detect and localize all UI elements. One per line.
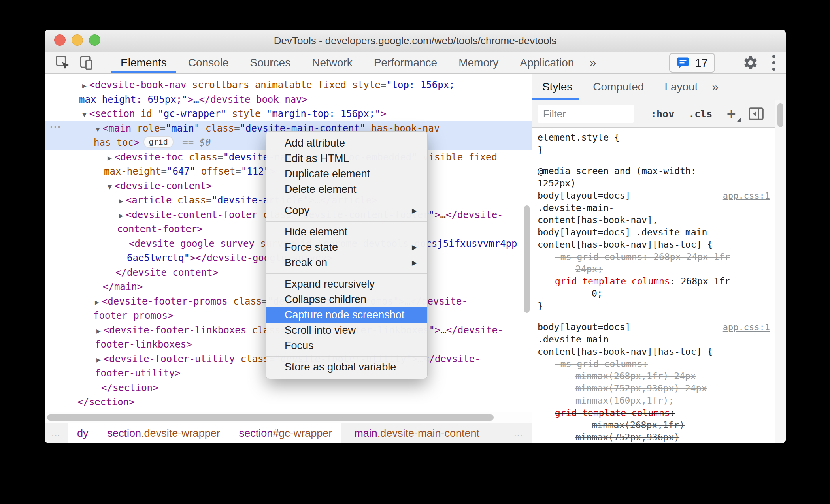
breadcrumb-item-selected[interactable]: main.devsite-main-content — [341, 427, 489, 440]
dom-tree-node[interactable]: ▶<devsite-book-nav scrollbars animatable… — [45, 78, 532, 92]
dom-tree-node[interactable]: </section> — [45, 395, 532, 410]
css-rule-line[interactable]: minmax(752px,936px) 24px — [538, 382, 772, 395]
tab-application[interactable]: Application — [509, 52, 585, 73]
css-rule-line[interactable]: body[layout=docs] .devsite-main- — [538, 226, 772, 239]
sidebar-tab-computed[interactable]: Computed — [583, 74, 654, 100]
scrollbar-thumb[interactable] — [47, 414, 494, 421]
settings-button[interactable] — [739, 55, 762, 71]
issues-counter-button[interactable]: 17 — [669, 53, 715, 73]
breadcrumb-overflow[interactable]: … — [45, 423, 68, 443]
elements-vertical-scrollbar[interactable] — [524, 205, 530, 313]
menu-item-break-on[interactable]: Break on▶ — [266, 255, 427, 271]
css-rule-line[interactable]: -ms-grid-columns: — [538, 358, 772, 370]
css-rule-line[interactable]: content[has-book-nav][has-toc] { — [538, 239, 772, 251]
expand-arrow-icon[interactable]: ▶ — [82, 81, 87, 90]
tab-network[interactable]: Network — [301, 52, 363, 73]
menu-item-capture-node-screenshot[interactable]: Capture node screenshot — [266, 307, 427, 323]
menu-item-hide-element[interactable]: Hide element — [266, 224, 427, 240]
css-rule-line[interactable]: 24px; — [538, 263, 772, 275]
css-rule-line[interactable]: content[has-book-nav], — [538, 214, 772, 226]
menu-item-expand-recursively[interactable]: Expand recursively — [266, 276, 427, 292]
css-rule-line[interactable]: element.style { — [538, 132, 772, 144]
kebab-menu-button[interactable] — [768, 55, 779, 71]
css-rule-line[interactable]: app.css:1body[layout=docs] — [538, 321, 772, 333]
expand-arrow-icon[interactable]: ▶ — [119, 197, 123, 205]
menu-item-focus[interactable]: Focus — [266, 338, 427, 354]
css-rules-list: element.style {}@media screen and (max-w… — [532, 128, 786, 443]
submenu-arrow-icon: ▶ — [412, 207, 417, 215]
breadcrumb-overflow[interactable]: … — [513, 428, 532, 439]
stylesheet-source-link[interactable]: app.css:1 — [723, 190, 770, 202]
dom-tree-node[interactable]: max-height: 695px;">…</devsite-book-nav> — [45, 92, 532, 107]
new-style-rule-button[interactable]: + — [726, 106, 736, 122]
menu-item-add-attribute[interactable]: Add attribute — [266, 135, 427, 151]
dock-sidebar-button[interactable] — [749, 107, 764, 120]
expand-arrow-icon[interactable]: ▼ — [82, 110, 87, 118]
css-rule-line[interactable]: minmax(268px,1fr) — [538, 419, 772, 431]
device-toolbar-button[interactable] — [75, 52, 98, 73]
css-rule-line[interactable]: 1252px) — [538, 177, 772, 190]
sidebar-tab-styles[interactable]: Styles — [532, 74, 583, 100]
close-button[interactable] — [54, 34, 66, 46]
css-rule-line[interactable]: app.css:1body[layout=docs] — [538, 190, 772, 202]
css-rule-line[interactable]: minmax(160px,1fr); — [538, 395, 772, 407]
menu-item-edit-as-html[interactable]: Edit as HTML — [266, 151, 427, 166]
grid-badge[interactable]: grid — [143, 136, 174, 148]
dom-tree-node[interactable]: </section> — [45, 381, 532, 395]
inspect-element-button[interactable] — [51, 52, 75, 73]
css-rule-line[interactable]: grid-template-columns: — [538, 407, 772, 419]
expand-arrow-icon[interactable]: ▶ — [96, 355, 101, 364]
tab-elements[interactable]: Elements — [110, 52, 177, 73]
scrollbar-thumb[interactable] — [777, 103, 783, 127]
expand-arrow-icon[interactable]: ▶ — [119, 211, 123, 220]
menu-item-scroll-into-view[interactable]: Scroll into view — [266, 323, 427, 338]
menu-item-label: Add attribute — [285, 137, 345, 149]
minimize-button[interactable] — [72, 34, 83, 46]
menu-item-store-as-global-variable[interactable]: Store as global variable — [266, 359, 427, 375]
css-rule-line[interactable]: .devsite-main- — [538, 202, 772, 214]
css-rule-line[interactable]: @media screen and (max-width: — [538, 165, 772, 177]
tab-memory[interactable]: Memory — [448, 52, 509, 73]
menu-item-delete-element[interactable]: Delete element — [266, 182, 427, 197]
styles-filter-input[interactable]: Filter — [538, 105, 634, 123]
menu-item-copy[interactable]: Copy▶ — [266, 203, 427, 218]
css-rule-line[interactable]: -ms-grid-columns: 268px 24px 1fr — [538, 251, 772, 263]
dom-tree-node[interactable]: ▼<section id="gc-wrapper" style="margin-… — [45, 107, 532, 121]
styles-scrollbar[interactable] — [775, 100, 786, 443]
tab-performance[interactable]: Performance — [363, 52, 448, 73]
breadcrumb-item[interactable]: dy — [68, 423, 98, 443]
sidebar-tab-layout[interactable]: Layout — [654, 74, 708, 100]
device-toolbar-icon — [78, 55, 95, 71]
css-rule-line[interactable]: grid-template-columns: 268px 1fr — [538, 275, 772, 288]
tab-console[interactable]: Console — [177, 52, 240, 73]
menu-item-collapse-children[interactable]: Collapse children — [266, 292, 427, 307]
expand-arrow-icon[interactable]: ▼ — [108, 182, 112, 191]
breadcrumb-item[interactable]: section.devsite-wrapper — [98, 423, 230, 443]
stylesheet-source-link[interactable]: app.css:1 — [723, 321, 770, 333]
element-classes-button[interactable]: .cls — [689, 108, 712, 120]
expand-arrow-icon[interactable]: ▶ — [108, 154, 112, 162]
css-rule-line[interactable]: } — [538, 300, 772, 312]
css-rule-line[interactable]: content[has-book-nav][has-toc] { — [538, 346, 772, 358]
css-rule-line[interactable]: minmax(752px,936px) — [538, 431, 772, 443]
toggle-element-state-button[interactable]: :hov — [651, 108, 674, 120]
css-rule-line[interactable]: .devsite-main- — [538, 333, 772, 346]
node-options-dots[interactable]: ⋯ — [49, 120, 62, 134]
maximize-button[interactable] — [89, 34, 100, 46]
expand-arrow-icon[interactable]: ▶ — [95, 298, 99, 306]
menu-item-force-state[interactable]: Force state▶ — [266, 240, 427, 255]
elements-horizontal-scrollbar[interactable] — [45, 412, 532, 423]
menu-item-label: Duplicate element — [285, 168, 370, 180]
more-panels-button[interactable]: » — [585, 56, 601, 70]
tab-sources[interactable]: Sources — [239, 52, 301, 73]
css-rule-line[interactable]: minmax(268px,1fr) 24px — [538, 370, 772, 382]
breadcrumb-item[interactable]: section#gc-wrapper — [230, 423, 342, 443]
css-rule-line[interactable]: } — [538, 144, 772, 156]
titlebar[interactable]: DevTools - developers.google.com/web/too… — [45, 30, 786, 52]
expand-arrow-icon[interactable]: ▼ — [96, 125, 100, 133]
menu-item-duplicate-element[interactable]: Duplicate element — [266, 166, 427, 182]
css-rule-line[interactable]: 0; — [538, 288, 772, 300]
sidebar-more-tabs-button[interactable]: » — [708, 80, 723, 94]
submenu-arrow-icon: ▶ — [412, 259, 417, 267]
expand-arrow-icon[interactable]: ▶ — [96, 327, 101, 335]
